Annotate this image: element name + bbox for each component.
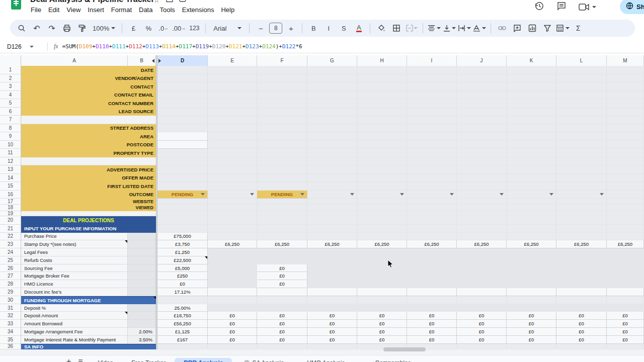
cell-D21[interactable] [157, 225, 208, 233]
cell-H22[interactable] [357, 233, 407, 241]
cell-I34[interactable]: £0 [407, 328, 457, 336]
cell-J36[interactable] [457, 344, 507, 349]
cell-E10[interactable] [208, 141, 257, 149]
cell-J16[interactable] [457, 191, 507, 199]
cell-E15[interactable] [208, 182, 257, 191]
cell-I23[interactable]: £6,250 [407, 240, 457, 248]
cell-L26[interactable] [556, 264, 607, 273]
cell-K11[interactable] [507, 149, 556, 157]
cell-H16[interactable] [357, 191, 407, 199]
cell-J10[interactable] [457, 141, 507, 149]
cell-H32[interactable]: £0 [357, 312, 407, 320]
cell-G5[interactable] [307, 99, 357, 108]
cell-A15[interactable]: FIRST LISTED DATE [21, 182, 156, 191]
cell-K3[interactable] [507, 82, 556, 91]
cell-K6[interactable] [507, 108, 556, 116]
cell-H20[interactable] [357, 216, 407, 225]
cell-D35[interactable]: £167 [157, 336, 208, 344]
cell-F34[interactable]: £0 [257, 328, 307, 336]
cell-K1[interactable] [507, 66, 556, 74]
cell-M31[interactable] [607, 304, 644, 312]
cell-I20[interactable] [407, 216, 457, 225]
bold-button[interactable]: B [307, 22, 320, 35]
row-header-26[interactable]: 26 [0, 264, 21, 273]
row-header-9[interactable]: 9 [0, 132, 21, 141]
cell-J33[interactable]: £0 [457, 320, 507, 328]
row-header-8[interactable]: 8 [0, 124, 21, 133]
cell-J25[interactable] [457, 256, 507, 264]
cell-I35[interactable]: £0 [407, 336, 457, 344]
cell-M16[interactable] [607, 191, 644, 199]
cell-I16[interactable] [407, 191, 457, 199]
cell-A11[interactable]: PROPERTY TYPE [21, 149, 156, 157]
fill-color-icon[interactable] [375, 22, 388, 35]
column-header-M[interactable]: M [607, 55, 644, 66]
cell-M1[interactable] [607, 66, 644, 74]
cell-K10[interactable] [507, 141, 556, 149]
cell-L29[interactable] [556, 288, 607, 296]
cloud-status-icon[interactable] [179, 0, 187, 4]
cell-I33[interactable]: £0 [407, 320, 457, 328]
cell-M27[interactable] [607, 272, 644, 280]
cell-D32[interactable]: £18,750 [157, 312, 208, 320]
cell-B26[interactable] [128, 264, 156, 273]
cell-A7[interactable] [21, 116, 156, 124]
cell-I3[interactable] [407, 82, 457, 91]
cell-I28[interactable] [407, 280, 457, 288]
cell-E7[interactable] [208, 116, 257, 124]
cell-J6[interactable] [457, 108, 507, 116]
version-history-icon[interactable] [534, 1, 544, 13]
cell-E18[interactable] [208, 205, 257, 211]
cell-M28[interactable] [607, 280, 644, 288]
cell-G12[interactable] [307, 157, 357, 166]
cell-D22[interactable]: £75,000 [157, 233, 208, 241]
merge-cells-icon[interactable] [405, 22, 418, 35]
column-header-L[interactable]: L [556, 55, 607, 66]
cell-G18[interactable] [307, 205, 357, 211]
row-header-21[interactable]: 21 [0, 225, 21, 233]
cell-J20[interactable] [457, 216, 507, 225]
cell-M17[interactable] [607, 199, 644, 205]
cell-J19[interactable] [457, 211, 507, 216]
cell-M21[interactable] [607, 225, 644, 233]
cell-D10[interactable] [157, 141, 208, 149]
cell-F29[interactable] [257, 288, 307, 296]
grid-corner[interactable] [0, 55, 21, 66]
row-header-15[interactable]: 15 [0, 182, 21, 191]
cell-L35[interactable]: £0 [556, 336, 607, 344]
decrease-decimals-button[interactable]: .0← [157, 22, 170, 35]
cell-G14[interactable] [307, 174, 357, 183]
cell-L13[interactable] [556, 165, 607, 174]
cell-K20[interactable] [507, 216, 556, 225]
italic-button[interactable]: I [322, 22, 335, 35]
cell-G33[interactable]: £0 [307, 320, 357, 328]
cell-D29[interactable]: 17.12% [157, 288, 208, 296]
row-header-33[interactable]: 33 [0, 320, 21, 328]
cell-L20[interactable] [556, 216, 607, 225]
cell-J21[interactable] [457, 225, 507, 233]
redo-icon[interactable]: ↷ [45, 22, 58, 35]
cell-A13[interactable]: ADVERTISED PRICE [21, 165, 156, 174]
cell-M20[interactable] [607, 216, 644, 225]
cell-A2[interactable]: VENDOR/AGENT [21, 74, 156, 83]
cell-A14[interactable]: OFFER MADE [21, 174, 156, 183]
row-header-25[interactable]: 25 [0, 256, 21, 264]
meet-caret-icon[interactable] [592, 6, 596, 8]
cell-G4[interactable] [307, 91, 357, 100]
cell-L17[interactable] [556, 199, 607, 205]
cell-G16[interactable] [307, 191, 357, 199]
cell-A30[interactable]: FUNDING THROUGH MORTGAGE [21, 296, 156, 304]
cell-M33[interactable]: £0 [607, 320, 644, 328]
cell-E34[interactable]: £0 [208, 328, 257, 336]
cell-F28[interactable]: £0 [257, 280, 307, 288]
cell-G7[interactable] [307, 116, 357, 124]
cell-K14[interactable] [507, 174, 556, 183]
tab-comparables[interactable]: Comparables [366, 358, 420, 362]
cell-L25[interactable] [556, 256, 607, 264]
cell-A35[interactable]: Mortgage Interest Rate & Monthly Payment [21, 336, 128, 344]
cell-D19[interactable] [157, 211, 208, 216]
cell-K31[interactable] [507, 304, 556, 312]
cell-F3[interactable] [257, 82, 307, 91]
cell-E1[interactable] [208, 66, 257, 74]
cell-H12[interactable] [357, 157, 407, 166]
